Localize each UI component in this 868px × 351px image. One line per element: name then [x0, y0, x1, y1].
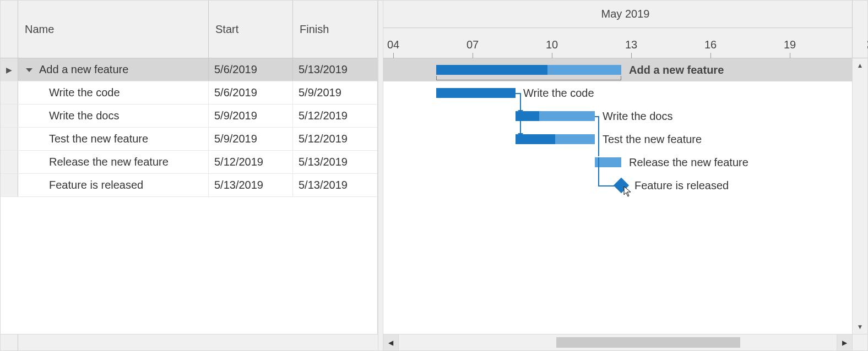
grid-header: Name Start Finish — [1, 1, 377, 58]
table-row[interactable]: Write the code5/6/20195/9/2019 — [1, 81, 377, 105]
column-header-name[interactable]: Name — [18, 1, 209, 58]
timeline-tick: 16 — [694, 28, 727, 58]
grid-footer-space — [18, 334, 378, 350]
task-name-label: Write the code — [49, 86, 120, 99]
header-scroll-gutter — [852, 1, 867, 58]
scroll-right-button[interactable]: ▶ — [837, 334, 852, 350]
gantt-view: Name Start Finish ▶Add a new feature5/6/… — [0, 0, 868, 351]
grid-footer-corner — [1, 334, 18, 350]
table-row[interactable]: Feature is released5/13/20195/13/2019 — [1, 174, 377, 197]
table-row[interactable]: Release the new feature5/12/20195/13/201… — [1, 151, 377, 174]
task-finish-cell[interactable]: 5/9/2019 — [293, 81, 377, 104]
column-header-finish[interactable]: Finish — [293, 1, 377, 58]
row-indicator[interactable] — [1, 151, 18, 173]
task-name-cell[interactable]: Write the docs — [18, 105, 209, 127]
table-row[interactable]: Test the new feature5/9/20195/12/2019 — [1, 128, 377, 151]
table-row[interactable]: Write the docs5/9/20195/12/2019 — [1, 105, 377, 128]
task-finish-cell[interactable]: 5/12/2019 — [293, 105, 377, 127]
task-name-label: Test the new feature — [49, 133, 148, 145]
task-name-label: Feature is released — [49, 179, 143, 191]
timeline-tick: 19 — [773, 28, 806, 58]
gantt-row: Add a new feature — [383, 58, 852, 81]
row-indicator[interactable] — [1, 128, 18, 150]
row-indicator-header[interactable] — [1, 1, 18, 58]
task-name-cell[interactable]: Add a new feature — [18, 58, 209, 81]
dependency-arrow-icon — [518, 110, 523, 114]
gantt-bar-label: Test the new feature — [603, 133, 702, 146]
task-name-cell[interactable]: Feature is released — [18, 174, 209, 196]
dependency-arrow-icon — [616, 183, 620, 188]
task-name-label: Add a new feature — [39, 63, 128, 76]
gantt-bar-label: Write the docs — [603, 109, 672, 123]
horizontal-scroll-track[interactable] — [399, 334, 837, 350]
grid-footer — [1, 334, 378, 350]
task-bar[interactable] — [516, 111, 595, 121]
gantt-bar-label: Write the code — [523, 86, 594, 100]
task-start-cell[interactable]: 5/9/2019 — [209, 105, 293, 127]
dependency-line — [516, 93, 520, 94]
task-bar-remaining — [547, 65, 621, 75]
dependency-line — [520, 121, 521, 133]
summary-outline — [436, 76, 621, 80]
task-start-cell[interactable]: 5/12/2019 — [209, 151, 293, 173]
timeline-tick: 07 — [456, 28, 489, 58]
row-indicator[interactable] — [1, 174, 18, 196]
task-finish-cell[interactable]: 5/13/2019 — [293, 58, 377, 81]
task-grid: Name Start Finish ▶Add a new feature5/6/… — [1, 1, 378, 334]
timeline-tick: 10 — [535, 28, 568, 58]
dependency-arrow-icon — [518, 133, 523, 137]
timeline-tick: 04 — [377, 28, 410, 58]
row-indicator[interactable]: ▶ — [1, 58, 18, 81]
task-finish-cell[interactable]: 5/12/2019 — [293, 128, 377, 150]
task-bar[interactable] — [436, 88, 516, 98]
row-indicator[interactable] — [1, 81, 18, 104]
gantt-row: Test the new feature — [383, 128, 852, 151]
gantt-bar-label: Feature is released — [634, 179, 729, 192]
gantt-body[interactable]: ▲ ▼ Add a new featureWrite the codeWrite… — [383, 58, 867, 334]
scrollbar-corner — [852, 334, 867, 350]
dependency-line — [520, 93, 521, 110]
gantt-bar-label: Release the new feature — [629, 156, 748, 169]
gantt-chart: May 2019 0407101316192 ▲ ▼ Add a new fea… — [383, 1, 867, 334]
task-finish-cell[interactable]: 5/13/2019 — [293, 151, 377, 173]
task-finish-cell[interactable]: 5/13/2019 — [293, 174, 377, 196]
vertical-scrollbar[interactable]: ▲ ▼ — [852, 58, 867, 334]
timeline-header: May 2019 0407101316192 — [383, 1, 867, 58]
gantt-row: Write the docs — [383, 105, 852, 128]
dependency-line — [598, 157, 599, 185]
scroll-left-button[interactable]: ◀ — [383, 334, 399, 350]
row-indicator[interactable] — [1, 105, 18, 127]
task-name-label: Write the docs — [49, 109, 119, 122]
task-name-cell[interactable]: Test the new feature — [18, 128, 209, 150]
gantt-bar-label: Add a new feature — [629, 63, 724, 76]
summary-bar[interactable] — [436, 65, 621, 75]
timeline-scale[interactable]: 0407101316192 — [383, 28, 867, 58]
task-name-cell[interactable]: Release the new feature — [18, 151, 209, 173]
task-start-cell[interactable]: 5/6/2019 — [209, 81, 293, 104]
scroll-down-button[interactable]: ▼ — [853, 320, 867, 334]
task-start-cell[interactable]: 5/6/2019 — [209, 58, 293, 81]
grid-body: ▶Add a new feature5/6/20195/13/2019Write… — [1, 58, 377, 334]
table-row[interactable]: ▶Add a new feature5/6/20195/13/2019 — [1, 58, 377, 81]
gantt-row: Release the new feature — [383, 151, 852, 174]
collapse-caret-icon[interactable] — [26, 68, 32, 72]
task-start-cell[interactable]: 5/9/2019 — [209, 128, 293, 150]
horizontal-scrollbar[interactable]: ◀ ▶ — [383, 334, 867, 350]
dependency-line — [598, 116, 599, 156]
gantt-row: Write the code — [383, 81, 852, 105]
scroll-up-button[interactable]: ▲ — [853, 58, 867, 73]
column-header-start[interactable]: Start — [209, 1, 293, 58]
timeline-title: May 2019 — [383, 1, 867, 28]
horizontal-scroll-thumb[interactable] — [556, 337, 740, 348]
task-bar[interactable] — [516, 134, 595, 144]
task-name-cell[interactable]: Write the code — [18, 81, 209, 104]
dependency-line — [598, 185, 617, 187]
task-bar-remaining — [555, 134, 595, 144]
task-start-cell[interactable]: 5/13/2019 — [209, 174, 293, 196]
task-name-label: Release the new feature — [49, 156, 169, 168]
task-bar-remaining — [539, 111, 595, 121]
timeline-tick: 13 — [615, 28, 648, 58]
